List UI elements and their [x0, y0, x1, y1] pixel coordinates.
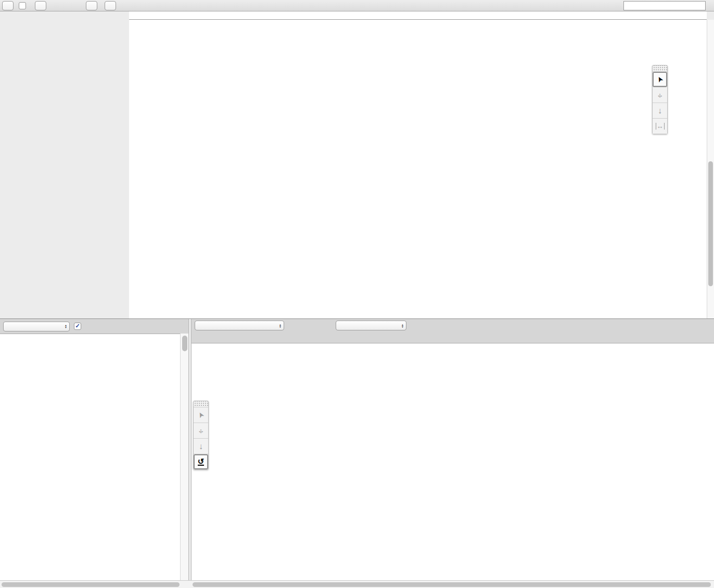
capture-monitoring-snapshot-button[interactable] [35, 1, 46, 10]
track-background [129, 11, 707, 318]
hscroll-thumb-right[interactable] [193, 582, 711, 587]
cursor-arrow-icon: ➤ [196, 411, 206, 420]
cursor-arrow-icon: ➤ [655, 75, 665, 84]
load-button[interactable] [105, 1, 116, 10]
timeline-panel[interactable]: ➤ ↕↔ ↓ ↔ [0, 11, 714, 318]
select-stepper-icon: ▲ ▼ [401, 324, 404, 328]
timeline-ruler [129, 11, 707, 20]
zoom-arrow-icon: ↓ [199, 442, 203, 451]
search-input[interactable] [623, 1, 706, 10]
save-button[interactable] [86, 1, 97, 10]
pan-tool-button[interactable]: ↕↔ [653, 87, 667, 103]
transform-layers-checkbox[interactable]: ✓ [74, 323, 81, 330]
timeline-scrollbar-thumb[interactable] [708, 161, 713, 286]
layer-list-scrollbar-thumb[interactable] [182, 336, 187, 351]
monitoring-checkbox[interactable] [19, 2, 26, 9]
tree-controls: ▲ ▼ ✓ [0, 319, 188, 334]
pan-tool-button[interactable]: ↕↔ [194, 423, 208, 439]
timing-tool-button[interactable]: ↔ [653, 119, 667, 134]
rotate-tool-button[interactable]: ↺ [194, 454, 208, 469]
zoom-arrow-icon: ↓ [658, 106, 662, 116]
layer-view-controls: ▲ ▼ ▲ ▼ [192, 319, 714, 343]
selection-select[interactable]: ▲ ▼ [195, 321, 284, 330]
select-stepper-icon: ▲ ▼ [279, 324, 282, 328]
move-icon-h: ↔ [198, 427, 205, 434]
zoom-tool-button[interactable]: ↓ [194, 439, 208, 454]
select-stepper-icon: ▲ ▼ [65, 324, 67, 328]
timeline-vertical-scrollbar[interactable] [707, 20, 714, 318]
layer-tree-list[interactable] [0, 334, 180, 580]
hscroll-thumb-left[interactable] [2, 582, 180, 587]
top-toolbar [0, 0, 714, 11]
selection-tool-button[interactable]: ➤ [194, 407, 208, 423]
timeline-tool-palette: ➤ ↕↔ ↓ ↔ [652, 65, 668, 134]
palette-grip[interactable] [653, 66, 667, 72]
rotate-icon: ↺ [198, 458, 205, 466]
record-button[interactable] [2, 1, 14, 10]
selection-tool-button[interactable]: ➤ [653, 72, 667, 87]
layer-viewer[interactable]: ➤ ↕↔ ↓ ↺ [192, 343, 714, 580]
layer-view-tool-palette: ➤ ↕↔ ↓ ↺ [193, 401, 209, 470]
horizontal-scrollbar[interactable] [0, 580, 714, 588]
timing-icon: ↔ [656, 123, 665, 130]
palette-grip[interactable] [194, 401, 208, 407]
tree-type-select[interactable]: ▲ ▼ [3, 322, 70, 331]
layer-tree-panel: ▲ ▼ ✓ ▲ ▼ ▲ ▼ ➤ [0, 318, 714, 588]
tile-heatmap-select[interactable]: ▲ ▼ [336, 321, 406, 330]
trace-viewer-app: ➤ ↕↔ ↓ ↔ ▲ ▼ ✓ ▲ ▼ [0, 0, 714, 588]
move-icon-h: ↔ [657, 91, 664, 99]
zoom-tool-button[interactable]: ↓ [653, 103, 667, 119]
layer-list-scrollbar[interactable] [180, 334, 188, 580]
